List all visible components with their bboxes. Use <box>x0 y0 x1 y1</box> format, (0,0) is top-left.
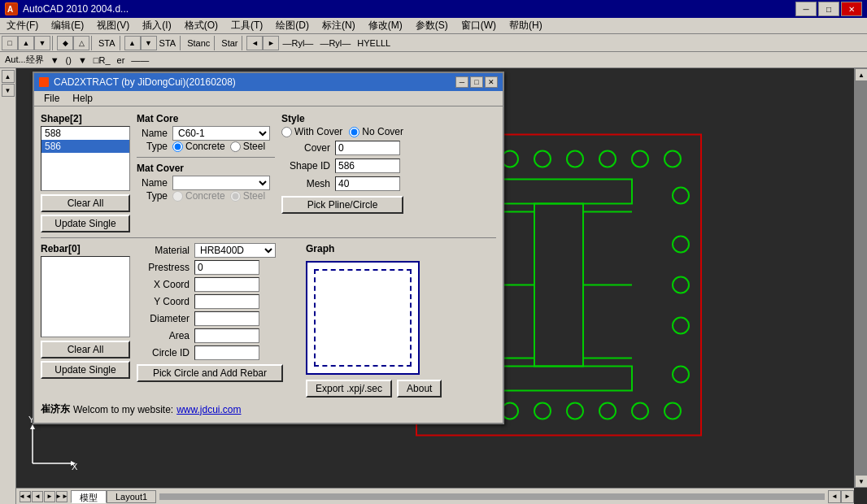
toolbar-btn-6[interactable]: ▲ <box>124 36 141 50</box>
nav-right-button[interactable]: ► <box>44 491 55 502</box>
menu-dim[interactable]: 标注(N) <box>316 17 362 34</box>
svg-point-16 <box>599 403 616 419</box>
middle-divider <box>41 237 496 238</box>
mesh-input[interactable] <box>335 176 400 191</box>
style-with-cover-radio[interactable] <box>281 127 292 137</box>
minimize-button[interactable]: ─ <box>795 2 817 16</box>
h-scroll-right-button[interactable]: ► <box>841 490 854 503</box>
diameter-input[interactable] <box>194 311 259 326</box>
toolbar-btn-3[interactable]: ▼ <box>34 36 50 50</box>
menu-insert[interactable]: 插入(I) <box>136 17 177 34</box>
toolbar-btn-1[interactable]: □ <box>2 36 18 50</box>
svg-point-26 <box>673 277 689 293</box>
area-input[interactable] <box>194 328 259 343</box>
shape-update-single-button[interactable]: Update Single <box>41 215 130 232</box>
dialog-minimize-button[interactable]: ─ <box>455 76 468 88</box>
menu-edit[interactable]: 编辑(E) <box>45 17 90 34</box>
close-button[interactable]: ✕ <box>841 2 862 16</box>
export-button[interactable]: Export .xpj/.sec <box>306 380 392 398</box>
toolbar-btn-8[interactable]: ◄ <box>246 36 263 50</box>
mat-core-steel-radio-label[interactable]: Steel <box>230 141 265 152</box>
menu-help[interactable]: 帮助(H) <box>503 17 549 34</box>
prestress-input[interactable] <box>194 260 259 275</box>
dialog-close-button[interactable]: ✕ <box>485 76 498 88</box>
footer-author: 崔济东 <box>41 402 70 416</box>
mat-core-name-select[interactable]: C60-1 C50 C40 <box>172 126 270 141</box>
about-button[interactable]: About <box>397 380 442 398</box>
mat-core-type-row: Type Concrete Steel <box>137 141 275 152</box>
mat-cover-label: Mat Cover <box>137 163 275 174</box>
toolbar-sep-2 <box>91 36 94 50</box>
style-no-cover-radio[interactable] <box>349 127 359 137</box>
rebar-update-single-button[interactable]: Update Single <box>41 361 130 379</box>
tab-model[interactable]: 模型 <box>71 490 107 503</box>
menu-window[interactable]: 窗口(W) <box>455 17 503 34</box>
h-scroll-left-button[interactable]: ◄ <box>828 490 841 503</box>
shape-id-input[interactable] <box>335 159 400 173</box>
svg-point-5 <box>502 151 518 167</box>
nav-left-end-button[interactable]: ◄◄ <box>20 491 31 502</box>
toolbar-btn-9[interactable]: ► <box>263 36 279 50</box>
pick-circle-button[interactable]: Pick Circle and Add Rebar <box>137 364 283 382</box>
shape-clear-all-button[interactable]: Clear All <box>41 194 130 212</box>
tab-layout1[interactable]: Layout1 <box>107 490 156 503</box>
dialog-menu-help[interactable]: Help <box>66 92 99 105</box>
mat-core-concrete-radio-label[interactable]: Concrete <box>172 141 225 152</box>
mat-core-steel-radio[interactable] <box>230 141 241 152</box>
pick-pline-button[interactable]: Pick Pline/Circle <box>281 196 403 214</box>
cover-row: Cover <box>281 141 428 155</box>
mat-core-concrete-radio[interactable] <box>172 141 183 152</box>
menu-view[interactable]: 视图(V) <box>90 17 136 34</box>
menu-modify[interactable]: 修改(M) <box>362 17 409 34</box>
shape-list-item-0[interactable]: 588 <box>41 127 129 140</box>
cover-input[interactable] <box>335 141 400 155</box>
shape-list[interactable]: 588 586 <box>41 126 130 191</box>
toolbar-label-stanc: Stanc <box>185 38 212 48</box>
toolbar-btn-5[interactable]: △ <box>73 36 89 50</box>
mat-core-concrete-text: Concrete <box>185 141 225 152</box>
scroll-up-button[interactable]: ▲ <box>855 68 867 81</box>
scroll-down-button[interactable]: ▼ <box>855 475 867 488</box>
y-coord-input[interactable] <box>194 294 259 309</box>
circle-id-input[interactable] <box>194 345 259 360</box>
menu-draw[interactable]: 绘图(D) <box>269 17 316 34</box>
mat-cover-concrete-text: Concrete <box>185 190 225 202</box>
toolbar-sep-5 <box>214 36 217 50</box>
menu-file[interactable]: 文件(F) <box>0 17 45 34</box>
mat-cover-name-select[interactable] <box>172 176 270 190</box>
toolbar-btn-7[interactable]: ▼ <box>141 36 157 50</box>
rebar-clear-all-button[interactable]: Clear All <box>41 341 130 358</box>
menu-tools[interactable]: 工具(T) <box>224 17 269 34</box>
svg-point-27 <box>673 318 689 334</box>
shape-id-label: Shape ID <box>281 160 330 172</box>
autocad-window: A AutoCAD 2010 2004.d... ─ □ ✕ 文件(F) 编辑(… <box>0 0 867 504</box>
material-select[interactable]: HRB400D HRB335 HRB500 <box>194 243 276 258</box>
nav-left-button[interactable]: ◄ <box>32 491 43 502</box>
maximize-button[interactable]: □ <box>818 2 839 16</box>
dialog-maximize-button[interactable]: □ <box>470 76 483 88</box>
sidebar-btn-2[interactable]: ▼ <box>2 84 15 97</box>
mat-cover-concrete-radio-label[interactable]: Concrete <box>172 190 225 202</box>
svg-rect-29 <box>486 180 632 204</box>
nav-right-end-button[interactable]: ►► <box>56 491 68 502</box>
menu-format[interactable]: 格式(O) <box>178 17 224 34</box>
footer-url[interactable]: www.jdcui.com <box>176 404 241 415</box>
shape-list-item-1[interactable]: 586 <box>41 140 129 153</box>
sidebar-btn-1[interactable]: ▲ <box>2 70 15 83</box>
style-radio-group: With Cover No Cover <box>281 126 428 137</box>
toolbar-btn-2[interactable]: ▲ <box>18 36 34 50</box>
mesh-label: Mesh <box>281 178 330 189</box>
mat-cover-steel-radio-label[interactable]: Steel <box>230 190 265 202</box>
menu-param[interactable]: 参数(S) <box>409 17 455 34</box>
style-section: Style With Cover No Cover <box>281 113 428 214</box>
scroll-track[interactable] <box>855 81 867 475</box>
rebar-list[interactable] <box>41 256 130 337</box>
style-no-cover-radio-label[interactable]: No Cover <box>349 126 403 137</box>
mat-cover-section: Mat Cover Name Type <box>137 163 275 202</box>
x-coord-input[interactable] <box>194 277 259 292</box>
toolbar2-sep: ▼ <box>47 55 63 65</box>
dialog-menu-file[interactable]: File <box>37 92 66 105</box>
toolbar-btn-4[interactable]: ◆ <box>57 36 73 50</box>
style-with-cover-radio-label[interactable]: With Cover <box>281 126 342 137</box>
h-scrollbar-track[interactable] <box>159 493 825 500</box>
